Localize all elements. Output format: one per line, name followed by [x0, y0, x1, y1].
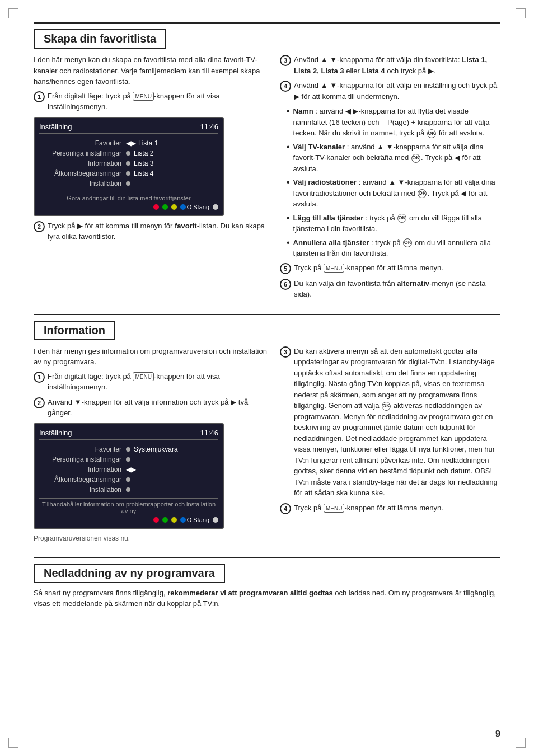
ok-icon-2: OK [411, 154, 420, 163]
tv-row-5: Installation [39, 179, 218, 189]
tv2-row-value-1: Systemjukvara [134, 445, 178, 453]
tv-row-label-2: Personliga inställningar [39, 149, 126, 157]
s2-step4-circle: 4 [280, 503, 291, 514]
bullet-text-1: Namn : använd ◀ ▶-knapparna för att flyt… [293, 106, 500, 139]
step3-text: Använd ▲ ▼-knapparna för att välja din f… [294, 54, 500, 76]
section1-step2: 2 Tryck på ▶ för att komma till menyn fö… [34, 220, 269, 242]
tv-dot-3 [126, 161, 130, 166]
btn-circle-red-1 [153, 204, 159, 210]
tv-row-label-1: Favoriter [39, 139, 126, 147]
tv2-dot-2 [126, 457, 130, 462]
bullet-dot-3: • [287, 178, 290, 187]
section1-right: 3 Använd ▲ ▼-knapparna för att välja din… [280, 54, 500, 304]
tv2-row-4: Åtkomstbegränsningar [39, 475, 218, 485]
btn2-circle-red [153, 517, 159, 523]
bullet-dot-5: • [287, 238, 290, 247]
section2-step4: 4 Tryck på MENU-knappen för att lämna me… [280, 503, 500, 514]
ok-icon-5: OK [403, 238, 412, 247]
tv-row-label-3: Information [39, 159, 126, 167]
section1-left: I den här menyn kan du skapa en favoritl… [34, 54, 269, 304]
section2-left: I den här menyn ges information om progr… [34, 346, 269, 547]
btn2-circle-yellow [171, 517, 177, 523]
tv-dot-5 [126, 181, 130, 186]
tv2-row-2: Personliga inställningar [39, 454, 218, 464]
step1-text: Från digitalt läge: tryck på MENU-knappe… [48, 91, 269, 112]
bullet-text-3: Välj radiostationer : använd ▲ ▼-knappar… [293, 177, 500, 210]
tv-row-arrow-icon-1: ◀▶ [126, 139, 136, 147]
btn2-circle-last [213, 517, 218, 523]
tv-row-value-2: Lista 2 [134, 149, 153, 157]
s2-step2-text: Använd ▼-knappen för att välja informati… [48, 397, 269, 419]
btn2-circle-green [162, 517, 168, 523]
tv-row-value-3: Lista 3 [134, 159, 153, 167]
s2-step4-text: Tryck på MENU-knappen för att lämna meny… [294, 503, 443, 514]
bullet-item-namn: • Namn : använd ◀ ▶-knapparna för att fl… [287, 106, 500, 139]
ok-icon-3: OK [418, 189, 427, 198]
bullet-dot-4: • [287, 214, 290, 223]
tv2-row-label-3: Information [39, 466, 126, 473]
tv2-btn-red [153, 516, 159, 523]
tv-buttons-2: O Stäng [39, 516, 218, 523]
step4-text: Använd ▲ ▼-knapparna för att välja en in… [294, 80, 500, 102]
section-nedladdning: Nedladdning av ny programvara Så snart n… [34, 557, 500, 609]
step3-circle: 3 [280, 55, 291, 66]
tv-header-2: Inställning 11:46 [39, 429, 218, 440]
section1-step1: 1 Från digitalt läge: tryck på MENU-knap… [34, 91, 269, 112]
program-note: Programvaruversionen visas nu. [34, 533, 269, 543]
bullet-item-tv: • Välj TV-kanaler : använd ▲ ▼-knapparna… [287, 142, 500, 175]
section2-divider [34, 314, 500, 315]
section2-step2: 2 Använd ▼-knappen för att välja informa… [34, 397, 269, 419]
tv2-btn-last [213, 516, 218, 523]
tv2-row-label-2: Personliga inställningar [39, 456, 126, 463]
step1-circle: 1 [34, 91, 45, 102]
section1-divider [34, 22, 500, 24]
tv-header-time-2: 11:46 [200, 429, 218, 437]
tv-btn-red-1 [153, 204, 159, 210]
bullet-item-radio: • Välj radiostationer : använd ▲ ▼-knapp… [287, 177, 500, 210]
section1-step4: 4 Använd ▲ ▼-knapparna för att välja en … [280, 80, 500, 102]
page-number: 9 [495, 729, 500, 739]
tv-btn-last-1 [213, 204, 218, 210]
tv2-row-label-5: Installation [39, 486, 126, 494]
tv-row-value-4: Lista 4 [134, 170, 153, 177]
tv-footer-2: Tillhandahåller information om problemra… [39, 498, 218, 514]
s2-step3-circle: 3 [280, 346, 291, 358]
s2-step3-text: Du kan aktivera menyn så att den automat… [294, 346, 500, 499]
page: Skapa din favoritlista I den här menyn k… [0, 0, 534, 756]
tv-screen-2: Inställning 11:46 Favoriter Systemjukvar… [34, 423, 224, 529]
section1-step6: 6 Du kan välja din favoritlista från alt… [280, 278, 500, 300]
step5-text: Tryck på MENU-knappen för att lämna meny… [294, 262, 443, 274]
ok-icon-s2: OK [382, 402, 391, 411]
tv-row-value-1: Lista 1 [138, 139, 158, 147]
bullet-dot-1: • [287, 107, 290, 116]
tv-row-3: Information Lista 3 [39, 158, 218, 168]
step6-text: Du kan välja din favoritlista från alter… [294, 278, 500, 300]
tv-dot-2 [126, 151, 130, 156]
tv2-btn-yellow [171, 516, 177, 523]
step6-circle: 6 [280, 279, 291, 290]
tv-row-label-4: Åtkomstbegränsningar [39, 170, 126, 177]
tv-row-1: Favoriter ◀▶ Lista 1 [39, 138, 218, 148]
bullet-text-2: Välj TV-kanaler : använd ▲ ▼-knapparna f… [293, 142, 500, 175]
tv-screen-1: Inställning 11:46 Favoriter ◀▶ Lista 1 P… [34, 117, 224, 216]
tv-header-title-1: Inställning [39, 123, 72, 131]
btn2-circle-blue [180, 517, 186, 523]
bullet-text-4: Lägg till alla tjänster : tryck på OK om… [293, 213, 500, 234]
tv-btn-yellow-1 [171, 204, 177, 210]
tv-row-4: Åtkomstbegränsningar Lista 4 [39, 168, 218, 179]
step4-circle: 4 [280, 81, 291, 92]
section2-intro: I den här menyn ges information om progr… [34, 346, 269, 368]
menu-key-icon: MENU [133, 92, 153, 101]
tv-dot-4 [126, 171, 130, 176]
tv2-row-label-1: Favoriter [39, 445, 126, 453]
tv-btn-stang-1: O Stäng [180, 204, 209, 210]
tv-header-title-2: Inställning [39, 429, 72, 437]
section3-intro: Så snart ny programvara finns tillgängli… [34, 588, 500, 609]
step2-circle: 2 [34, 221, 45, 232]
bullet-text-5: Annullera alla tjänster : tryck på OK om… [293, 237, 500, 259]
s2-step1-circle: 1 [34, 372, 45, 383]
btn-circle-last-1 [213, 204, 218, 210]
tv-header-1: Inställning 11:46 [39, 123, 218, 134]
section1-step3: 3 Använd ▲ ▼-knapparna för att välja din… [280, 54, 500, 76]
ok-icon-1: OK [427, 129, 436, 138]
